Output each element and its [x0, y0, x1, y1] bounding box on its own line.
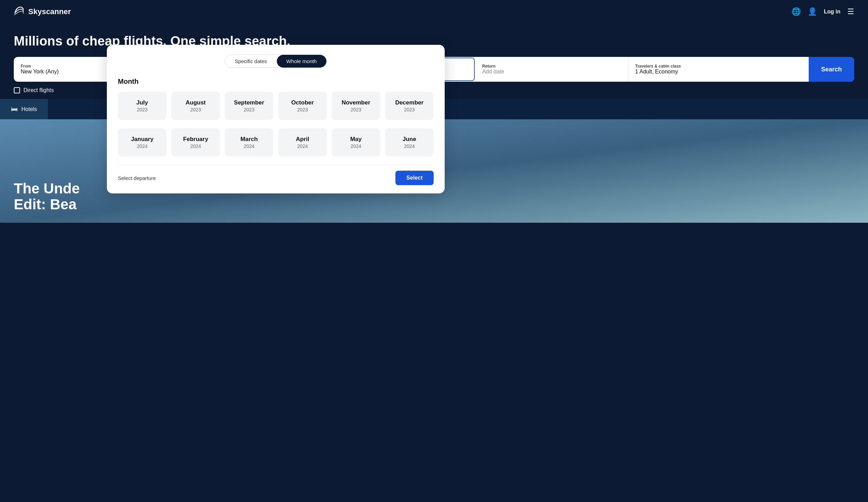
travelers-field[interactable]: Travelers & cabin class 1 Adult, Economy	[628, 57, 809, 82]
travelers-label: Travelers & cabin class	[635, 64, 802, 69]
month-name: June	[388, 136, 430, 143]
travelers-value: 1 Adult, Economy	[635, 69, 802, 75]
month-name: August	[175, 99, 216, 106]
month-name: January	[121, 136, 163, 143]
logo-text: Skyscanner	[28, 7, 71, 16]
specific-dates-toggle[interactable]: Specific dates	[225, 55, 276, 68]
month-year: 2023	[388, 107, 430, 112]
month-card-march-2024[interactable]: March 2024	[225, 128, 273, 157]
month-heading: Month	[118, 78, 434, 86]
toggle-row: Specific dates Whole month	[118, 54, 434, 68]
search-button[interactable]: Search	[809, 57, 854, 82]
month-year: 2024	[282, 143, 323, 149]
logo-area: Skyscanner	[14, 5, 71, 19]
hotels-tab[interactable]: 🛏 Hotels	[0, 99, 48, 119]
month-card-august-2023[interactable]: August 2023	[171, 92, 220, 120]
month-year: 2023	[228, 107, 270, 112]
month-card-december-2023[interactable]: December 2023	[385, 92, 434, 120]
month-card-april-2024[interactable]: April 2024	[278, 128, 327, 157]
footer-text: Select departure	[118, 175, 156, 181]
bg-text-line1: The Unde	[14, 180, 80, 197]
month-year: 2024	[175, 143, 216, 149]
months-grid-row1: July 2023 August 2023 September 2023 Oct…	[118, 92, 434, 120]
month-name: December	[388, 99, 430, 106]
header: Skyscanner 🌐 👤 Log in ☰	[0, 0, 868, 23]
month-year: 2023	[282, 107, 323, 112]
month-card-july-2023[interactable]: July 2023	[118, 92, 166, 120]
month-card-june-2024[interactable]: June 2024	[385, 128, 434, 157]
month-name: October	[282, 99, 323, 106]
whole-month-toggle[interactable]: Whole month	[277, 55, 326, 68]
user-icon[interactable]: 👤	[808, 7, 817, 16]
months-grid-row2: January 2024 February 2024 March 2024 Ap…	[118, 128, 434, 157]
direct-flights-checkbox[interactable]	[14, 87, 20, 93]
month-name: May	[335, 136, 377, 143]
popup-footer: Select departure Select	[118, 165, 434, 185]
month-year: 2024	[228, 143, 270, 149]
bg-text-line2: Edit: Bea	[14, 196, 77, 212]
return-value: Add date	[482, 69, 621, 75]
month-name: March	[228, 136, 270, 143]
month-name: February	[175, 136, 216, 143]
month-year: 2024	[335, 143, 377, 149]
month-card-february-2024[interactable]: February 2024	[171, 128, 220, 157]
month-card-september-2023[interactable]: September 2023	[225, 92, 273, 120]
globe-icon[interactable]: 🌐	[791, 7, 801, 16]
month-card-november-2023[interactable]: November 2023	[332, 92, 380, 120]
month-card-january-2024[interactable]: January 2024	[118, 128, 166, 157]
month-card-october-2023[interactable]: October 2023	[278, 92, 327, 120]
select-button[interactable]: Select	[395, 171, 434, 185]
month-name: September	[228, 99, 270, 106]
hotels-icon: 🛏	[11, 105, 18, 113]
month-card-may-2024[interactable]: May 2024	[332, 128, 380, 157]
month-name: July	[121, 99, 163, 106]
month-year: 2023	[175, 107, 216, 112]
month-name: April	[282, 136, 323, 143]
month-year: 2023	[121, 107, 163, 112]
hotels-label: Hotels	[21, 106, 37, 112]
skyscanner-logo-icon	[14, 5, 25, 19]
bg-text: The Unde Edit: Bea	[14, 181, 80, 212]
calendar-popup: Specific dates Whole month Month July 20…	[107, 45, 445, 193]
month-name: November	[335, 99, 377, 106]
page-container: Skyscanner 🌐 👤 Log in ☰ Millions of chea…	[0, 0, 868, 502]
date-toggle-group: Specific dates Whole month	[225, 54, 327, 68]
return-label: Return	[482, 64, 621, 69]
month-year: 2023	[335, 107, 377, 112]
month-year: 2024	[388, 143, 430, 149]
return-field[interactable]: Return Add date	[475, 57, 628, 82]
login-button[interactable]: Log in	[824, 9, 840, 15]
month-year: 2024	[121, 143, 163, 149]
direct-flights-label: Direct flights	[23, 87, 54, 93]
menu-icon[interactable]: ☰	[847, 7, 854, 16]
header-right: 🌐 👤 Log in ☰	[791, 7, 854, 16]
